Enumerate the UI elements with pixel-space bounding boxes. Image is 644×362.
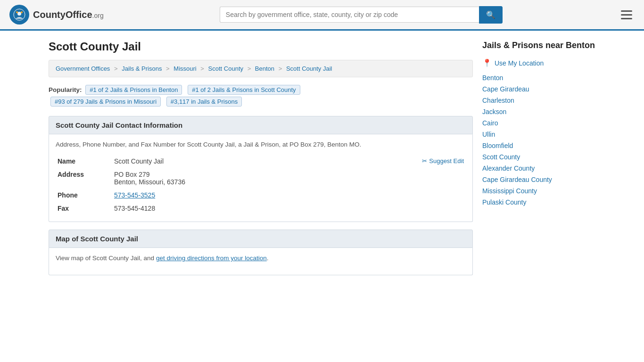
map-section-header: Map of Scott County Jail <box>49 230 473 248</box>
breadcrumb: Government Offices > Jails & Prisons > M… <box>49 60 473 77</box>
phone-value: 573-545-3525 <box>112 189 466 202</box>
logo-text-area: CountyOffice.org <box>33 9 104 20</box>
map-desc: View map of Scott County Jail, and get d… <box>56 255 466 262</box>
sidebar-link-jackson[interactable]: Jackson <box>482 108 595 115</box>
logo[interactable]: CountyOffice.org <box>9 5 104 25</box>
use-location-label: Use My Location <box>495 59 544 67</box>
sidebar-link-mississippi-county[interactable]: Mississippi County <box>482 187 595 195</box>
svg-point-2 <box>16 11 18 13</box>
phone-label: Phone <box>56 189 112 202</box>
map-section-body: View map of Scott County Jail, and get d… <box>49 248 473 275</box>
hamburger-line <box>621 10 632 12</box>
name-label: Name <box>56 155 112 168</box>
popularity-badge-1: #1 of 2 Jails & Prisons in Scott County <box>188 85 300 95</box>
driving-directions-link[interactable]: get driving directions from your locatio… <box>156 255 267 262</box>
breadcrumb-sep: > <box>114 65 118 72</box>
contact-table: Name Scott County Jail ✂ Suggest Edit Ad… <box>56 155 466 215</box>
map-desc-before: View map of Scott County Jail, and <box>56 255 156 262</box>
sidebar-link-scott-county[interactable]: Scott County <box>482 153 595 161</box>
address-value: PO Box 279 Benton, Missouri, 63736 <box>112 168 466 189</box>
popularity-badge-2: #93 of 279 Jails & Prisons in Missouri <box>50 97 161 107</box>
sidebar-link-cape-girardeau-county[interactable]: Cape Girardeau County <box>482 176 595 183</box>
popularity-label: Popularity: <box>49 86 82 93</box>
sidebar-link-cape-girardeau[interactable]: Cape Girardeau <box>482 85 595 93</box>
search-icon: 🔍 <box>486 11 495 19</box>
contact-section-header: Scott County Jail Contact Information <box>49 116 473 134</box>
contact-desc: Address, Phone Number, and Fax Number fo… <box>56 141 466 148</box>
svg-point-1 <box>17 12 21 16</box>
hamburger-line <box>621 18 632 19</box>
address-label: Address <box>56 168 112 189</box>
sidebar-link-benton[interactable]: Benton <box>482 74 595 82</box>
suggest-edit-button[interactable]: ✂ Suggest Edit <box>422 157 464 165</box>
sidebar-link-ullin[interactable]: Ullin <box>482 131 595 138</box>
sidebar-link-alexander-county[interactable]: Alexander County <box>482 165 595 172</box>
use-my-location-link[interactable]: 📍 Use My Location <box>482 58 595 67</box>
map-desc-after: . <box>267 255 269 262</box>
table-row: Phone 573-545-3525 <box>56 189 466 202</box>
sidebar-link-charleston[interactable]: Charleston <box>482 97 595 104</box>
menu-button[interactable] <box>619 8 635 22</box>
suggest-edit-icon: ✂ <box>422 157 427 165</box>
breadcrumb-sep: > <box>166 65 170 72</box>
fax-value: 573-545-4128 <box>112 202 466 215</box>
breadcrumb-sep: > <box>200 65 204 72</box>
table-row: Fax 573-545-4128 <box>56 202 466 215</box>
breadcrumb-link-benton[interactable]: Benton <box>255 65 274 72</box>
popularity-badge-0: #1 of 2 Jails & Prisons in Benton <box>85 85 182 95</box>
breadcrumb-sep: > <box>248 65 251 72</box>
sidebar-link-cairo[interactable]: Cairo <box>482 119 595 127</box>
suggest-edit-label: Suggest Edit <box>429 157 464 165</box>
breadcrumb-link-jails[interactable]: Jails & Prisons <box>122 65 162 72</box>
location-pin-icon: 📍 <box>482 58 492 67</box>
search-button[interactable]: 🔍 <box>479 6 503 24</box>
breadcrumb-link-missouri[interactable]: Missouri <box>173 65 196 72</box>
logo-icon <box>9 5 29 25</box>
breadcrumb-link-jail[interactable]: Scott County Jail <box>286 65 332 72</box>
search-input[interactable] <box>220 7 479 23</box>
logo-org: .org <box>92 12 104 19</box>
contact-section-body: Address, Phone Number, and Fax Number fo… <box>49 134 473 222</box>
search-area: 🔍 <box>220 6 503 24</box>
hamburger-line <box>621 14 632 16</box>
page-title: Scott County Jail <box>49 40 473 53</box>
phone-link[interactable]: 573-545-3525 <box>114 191 155 199</box>
table-row: Address PO Box 279 Benton, Missouri, 637… <box>56 168 466 189</box>
table-row: Name Scott County Jail ✂ Suggest Edit <box>56 155 466 168</box>
logo-name: CountyOffice <box>33 9 92 20</box>
breadcrumb-link-scott-county[interactable]: Scott County <box>208 65 243 72</box>
sidebar-title: Jails & Prisons near Benton <box>482 40 595 51</box>
sidebar: Jails & Prisons near Benton 📍 Use My Loc… <box>482 40 595 283</box>
popularity-section: Popularity: #1 of 2 Jails & Prisons in B… <box>49 84 473 107</box>
fax-label: Fax <box>56 202 112 215</box>
sidebar-links: Benton Cape Girardeau Charleston Jackson… <box>482 74 595 206</box>
name-value: Scott County Jail ✂ Suggest Edit <box>112 155 466 168</box>
breadcrumb-link-govt[interactable]: Government Offices <box>56 65 110 72</box>
main-content: Scott County Jail Government Offices > J… <box>49 40 473 283</box>
svg-point-3 <box>21 11 23 13</box>
popularity-badge-3: #3,117 in Jails & Prisons <box>166 97 242 107</box>
sidebar-link-bloomfield[interactable]: Bloomfield <box>482 142 595 149</box>
sidebar-link-pulaski-county[interactable]: Pulaski County <box>482 198 595 206</box>
breadcrumb-sep: > <box>279 65 282 72</box>
